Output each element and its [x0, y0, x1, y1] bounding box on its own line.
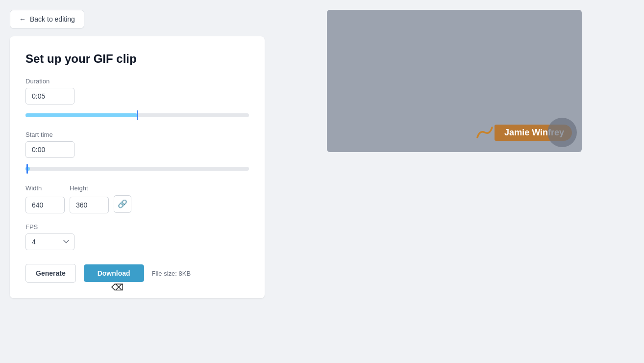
cursor-icon: ⌫	[111, 282, 124, 293]
height-input[interactable]	[70, 197, 109, 213]
fps-label: FPS	[25, 223, 249, 231]
duration-slider-thumb[interactable]	[137, 110, 138, 120]
width-input[interactable]	[25, 197, 65, 213]
squiggle-decoration	[475, 123, 495, 142]
actions-row: Generate Download ⌫ File size: 8KB	[25, 264, 249, 283]
duration-input[interactable]	[25, 88, 74, 104]
start-time-slider-thumb[interactable]	[26, 164, 28, 174]
download-button[interactable]: Download	[84, 264, 144, 282]
preview-panel: Jamie Winfrey	[274, 10, 634, 152]
height-label: Height	[70, 184, 109, 192]
width-label: Width	[25, 184, 65, 192]
page-title: Set up your GIF clip	[25, 52, 249, 66]
link-icon: 🔗	[118, 199, 127, 208]
back-to-editing-button[interactable]: ← Back to editing	[10, 10, 84, 28]
back-arrow-icon: ←	[19, 15, 26, 23]
gif-setup-card: Set up your GIF clip Duration Start time	[10, 36, 265, 298]
file-size-label: File size: 8KB	[152, 270, 191, 277]
aspect-ratio-lock-button[interactable]: 🔗	[114, 195, 131, 213]
fps-section: FPS 1 2 4 8 10 15 24	[25, 223, 249, 250]
name-badge: Jamie Winfrey	[475, 123, 572, 142]
generate-button[interactable]: Generate	[25, 264, 76, 283]
start-time-input[interactable]	[25, 141, 74, 158]
duration-slider-track	[25, 113, 249, 117]
duration-slider-fill	[25, 113, 137, 117]
start-time-slider-container	[25, 163, 249, 175]
start-time-slider-track	[25, 167, 249, 171]
duration-slider-container	[25, 109, 249, 121]
back-button-label: Back to editing	[30, 15, 75, 23]
width-group: Width	[25, 184, 65, 213]
duration-label: Duration	[25, 78, 249, 85]
preview-box: Jamie Winfrey	[327, 10, 582, 152]
dimensions-row: Width Height 🔗	[25, 184, 249, 213]
fps-select[interactable]: 1 2 4 8 10 15 24	[25, 233, 74, 250]
circle-decoration	[547, 118, 577, 147]
start-time-label: Start time	[25, 131, 249, 138]
duration-section: Duration	[25, 78, 249, 121]
start-time-section: Start time	[25, 131, 249, 175]
height-group: Height	[70, 184, 109, 213]
